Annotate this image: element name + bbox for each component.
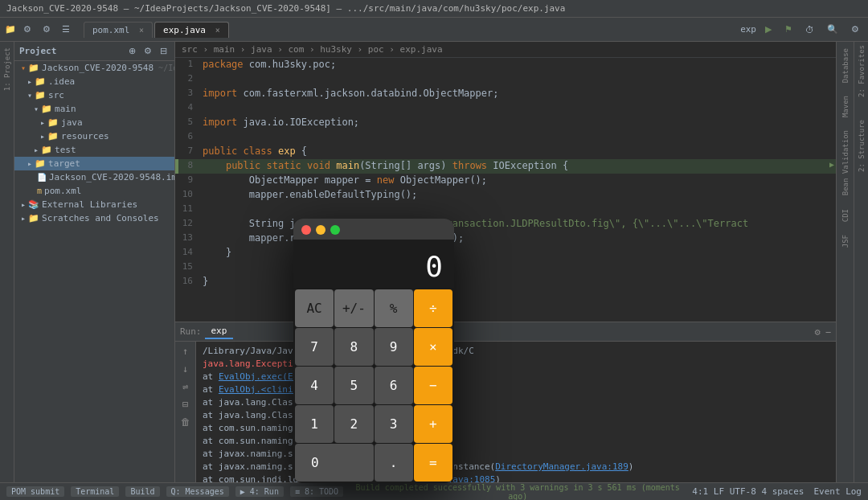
calc-divide[interactable]: ÷ (414, 289, 452, 327)
left-strip: 1: Project (0, 42, 14, 482)
root-folder-icon: 📁 (28, 63, 39, 73)
code-editor[interactable]: 1 package com.hu3sky.poc; 2 3 import com… (175, 58, 836, 322)
tab-pom[interactable]: pom.xml × (84, 22, 153, 38)
calc-ac[interactable]: AC (295, 289, 334, 327)
btab-exp[interactable]: exp (205, 324, 234, 339)
calc-4[interactable]: 4 (295, 367, 334, 404)
calc-close-btn[interactable] (301, 225, 311, 235)
iml-label: Jackson_CVE-2020-9548.iml (49, 172, 174, 182)
calc-7[interactable]: 7 (295, 328, 334, 366)
project-sidebar: Project ⊕ ⚙ ⊟ ▾ 📁 Jackson_CVE-2020-9548 … (14, 42, 175, 482)
run-wrap-icon[interactable]: ⇌ (179, 380, 192, 393)
sidebar-collapse-btn[interactable]: ⊟ (158, 45, 170, 57)
run-side-strip: ↑ ↓ ⇌ ⊟ 🗑 (175, 342, 196, 482)
right-strip-jsf[interactable]: JSF (841, 232, 850, 251)
tree-test[interactable]: ▸ 📁 test (14, 143, 174, 157)
calc-dot[interactable]: . (375, 444, 413, 482)
run-gutter-icon[interactable]: ▶ (829, 160, 834, 169)
calc-6[interactable]: 6 (375, 367, 413, 404)
debug-btn[interactable]: ⚑ (780, 23, 796, 36)
calc-display-value: 0 (425, 250, 443, 283)
calc-multiply[interactable]: × (414, 328, 452, 366)
java-folder-icon: 📁 (47, 117, 59, 128)
code-line-16: 16 } (175, 275, 836, 289)
left-strip-project[interactable]: 1: Project (3, 45, 11, 93)
toolbar-gear-btn[interactable]: ⚙ (39, 23, 55, 36)
tree-scratches[interactable]: ▸ 📁 Scratches and Consoles (14, 211, 174, 225)
calc-8[interactable]: 8 (334, 328, 373, 366)
status-messages[interactable]: Q: Messages (166, 486, 229, 497)
calc-minus[interactable]: − (414, 367, 452, 404)
calc-equals[interactable]: = (414, 444, 452, 482)
code-line-4: 4 (175, 101, 836, 116)
tree-root[interactable]: ▾ 📁 Jackson_CVE-2020-9548 ~/IdeaProjects… (14, 61, 174, 75)
run-link-4[interactable]: DirectoryManager.java:189 (495, 461, 628, 472)
event-log-btn[interactable]: Event Log (813, 486, 862, 497)
calc-3[interactable]: 3 (375, 405, 413, 443)
tree-src[interactable]: ▾ 📁 src (14, 88, 174, 102)
calc-1[interactable]: 1 (295, 405, 334, 443)
calc-5[interactable]: 5 (334, 367, 373, 404)
tab-exp[interactable]: exp.java × (154, 22, 229, 38)
favorites-label[interactable]: 2: Favorites (858, 45, 866, 97)
status-terminal[interactable]: Terminal (71, 486, 119, 497)
bottom-tabs: Run: exp ⚙ − (175, 322, 836, 342)
tab-exp-close[interactable]: × (215, 26, 220, 35)
settings-btn[interactable]: ⚙ (847, 23, 863, 36)
status-left: POM submit Terminal Build Q: Messages ▶ … (6, 486, 343, 497)
tree-iml[interactable]: 📄 Jackson_CVE-2020-9548.iml (14, 170, 174, 184)
code-line-14: 14 } (175, 246, 836, 260)
resources-label: resources (61, 131, 109, 141)
status-run[interactable]: ▶ 4: Run (235, 486, 284, 497)
calc-plusminus[interactable]: +/- (334, 289, 373, 327)
java-label: java (61, 117, 83, 128)
calc-2[interactable]: 2 (334, 405, 373, 443)
calc-maximize-btn[interactable] (330, 225, 340, 235)
search-everywhere-btn[interactable]: 🔍 (823, 23, 842, 36)
right-strip-bean[interactable]: Bean Validation (841, 127, 850, 199)
run-up-icon[interactable]: ↑ (179, 345, 192, 358)
status-todo[interactable]: ≡ 8: TODO (290, 486, 343, 497)
profile-btn[interactable]: ⏱ (801, 23, 818, 36)
sidebar-add-btn[interactable]: ⊕ (126, 45, 138, 57)
calc-9[interactable]: 9 (375, 328, 413, 366)
status-build[interactable]: Build (125, 486, 159, 497)
code-line-5: 5 import java.io.IOException; (175, 116, 836, 130)
bottom-close-icon[interactable]: − (825, 326, 831, 338)
src-folder-icon: 📁 (35, 90, 46, 100)
tree-ext-libs[interactable]: ▸ 📚 External Libraries (14, 198, 174, 211)
tree-java[interactable]: ▸ 📁 java (14, 116, 174, 129)
status-pom[interactable]: POM submit (6, 486, 64, 497)
sidebar-settings-btn[interactable]: ⚙ (141, 45, 154, 57)
bottom-run-container: ↑ ↓ ⇌ ⊟ 🗑 /Library/Java/JavaVirtualMachi… (175, 342, 836, 482)
main-label: main (55, 104, 76, 114)
run-filter-icon[interactable]: ⊟ (179, 398, 192, 411)
calc-0[interactable]: 0 (295, 444, 374, 482)
calc-percent[interactable]: % (375, 289, 413, 327)
main-expand-icon: ▾ (34, 105, 39, 113)
calc-minimize-btn[interactable] (316, 225, 326, 235)
test-label: test (55, 145, 76, 155)
tree-resources[interactable]: ▸ 📁 resources (14, 129, 174, 143)
run-btn[interactable]: ▶ (761, 23, 776, 36)
tree-idea[interactable]: ▸ 📁 .idea (14, 75, 174, 88)
toolbar-menu-btn[interactable]: ☰ (58, 23, 74, 36)
project-header: Project ⊕ ⚙ ⊟ (14, 42, 174, 61)
tab-exp-label: exp.java (163, 25, 206, 35)
calc-plus[interactable]: + (414, 405, 452, 443)
toolbar-settings-btn[interactable]: ⚙ (19, 23, 35, 36)
run-trash-icon[interactable]: 🗑 (179, 416, 192, 428)
right-strip-maven[interactable]: Maven (841, 92, 850, 121)
tree-main[interactable]: ▾ 📁 main (14, 102, 174, 116)
bottom-settings-icon[interactable]: ⚙ (815, 326, 821, 338)
run-down-icon[interactable]: ↓ (179, 363, 192, 375)
build-status-text: Build completed successfully with 3 warn… (350, 483, 686, 501)
tab-pom-close[interactable]: × (139, 26, 144, 35)
structure-label[interactable]: 2: Structure (858, 120, 866, 172)
run-content[interactable]: /Library/Java/JavaVirtualMachines/jdk1.8… (196, 342, 836, 482)
tree-target[interactable]: ▸ 📁 target (14, 157, 174, 170)
right-strip-cdi[interactable]: CDI (841, 206, 850, 225)
scratches-folder-icon: 📁 (28, 213, 39, 223)
right-strip-database[interactable]: Database (841, 45, 850, 86)
tree-pom[interactable]: m pom.xml (14, 184, 174, 198)
